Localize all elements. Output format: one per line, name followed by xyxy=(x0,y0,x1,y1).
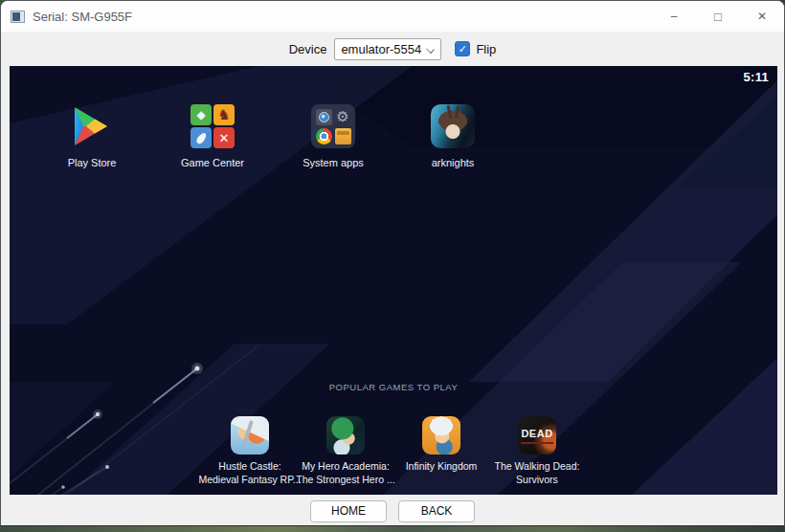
camera-icon xyxy=(316,109,332,125)
app-shortcut-arknights[interactable]: arknights xyxy=(405,104,501,168)
files-folder-icon xyxy=(335,128,351,144)
app-window: Serial: SM-G955F – □ ✕ Device emulator-5… xyxy=(0,0,785,526)
walking-dead-icon-text: DEAD xyxy=(521,427,552,443)
walking-dead-icon: DEAD xyxy=(518,416,556,454)
flip-checkbox-label: Flip xyxy=(476,42,496,56)
knight-tile-icon xyxy=(213,104,235,125)
game-shortcut-hustle-castle[interactable]: Hustle Castle: Medieval Fantasy RP... xyxy=(197,416,303,486)
game-label: Hustle Castle: Medieval Fantasy RP... xyxy=(197,460,303,486)
infinity-kingdom-icon xyxy=(422,416,460,454)
swords-tile-icon xyxy=(213,127,235,148)
maximize-button[interactable]: □ xyxy=(696,1,740,32)
app-label: Game Center xyxy=(165,157,260,168)
bottom-bar: HOME BACK xyxy=(1,495,784,526)
flip-checkbox[interactable]: ✓ xyxy=(455,41,470,56)
app-label: arknights xyxy=(405,157,501,168)
game-shortcut-walking-dead[interactable]: DEAD The Walking Dead: Survivors xyxy=(484,416,590,486)
device-dropdown-value: emulator-5554 xyxy=(341,42,423,56)
minimize-button[interactable]: – xyxy=(652,1,696,32)
app-folder-system-apps[interactable]: System apps xyxy=(285,104,381,168)
back-button[interactable]: BACK xyxy=(398,500,475,522)
rocket-tile-icon xyxy=(191,127,212,148)
hustle-castle-icon xyxy=(231,416,269,454)
device-screen[interactable]: 5:11 Play Store xyxy=(10,66,777,495)
game-shortcut-my-hero-academia[interactable]: My Hero Academia: The Strongest Hero ... xyxy=(293,416,398,486)
chevron-down-icon xyxy=(427,45,435,53)
chrome-icon xyxy=(316,128,332,144)
game-center-icon xyxy=(191,104,235,148)
popular-games-heading: POPULAR GAMES TO PLAY xyxy=(10,382,777,392)
window-title: Serial: SM-G955F xyxy=(33,10,132,24)
google-play-icon xyxy=(70,104,114,148)
app-shortcut-game-center[interactable]: Game Center xyxy=(165,104,260,168)
app-label: Play Store xyxy=(44,157,140,168)
close-button[interactable]: ✕ xyxy=(740,1,784,32)
gear-icon xyxy=(335,109,351,125)
arknights-icon xyxy=(431,104,475,148)
home-button[interactable]: HOME xyxy=(310,500,387,522)
toolbar: Device emulator-5554 ✓ Flip xyxy=(1,32,784,66)
app-shortcut-play-store[interactable]: Play Store xyxy=(44,104,140,168)
game-shortcut-infinity-kingdom[interactable]: Infinity Kingdom xyxy=(389,416,494,474)
game-label: My Hero Academia: The Strongest Hero ... xyxy=(293,460,398,486)
device-dropdown[interactable]: emulator-5554 xyxy=(334,38,441,60)
status-bar-clock: 5:11 xyxy=(743,70,769,84)
game-label: Infinity Kingdom xyxy=(389,460,494,474)
titlebar: Serial: SM-G955F – □ ✕ xyxy=(1,1,784,32)
system-apps-folder-icon xyxy=(311,104,355,148)
window-app-icon xyxy=(11,11,25,23)
window-controls: – □ ✕ xyxy=(652,1,784,32)
my-hero-academia-icon xyxy=(326,416,365,454)
device-label: Device xyxy=(289,42,327,56)
app-label: System apps xyxy=(285,157,381,168)
gem-tile-icon xyxy=(191,104,212,125)
game-label: The Walking Dead: Survivors xyxy=(484,460,590,486)
